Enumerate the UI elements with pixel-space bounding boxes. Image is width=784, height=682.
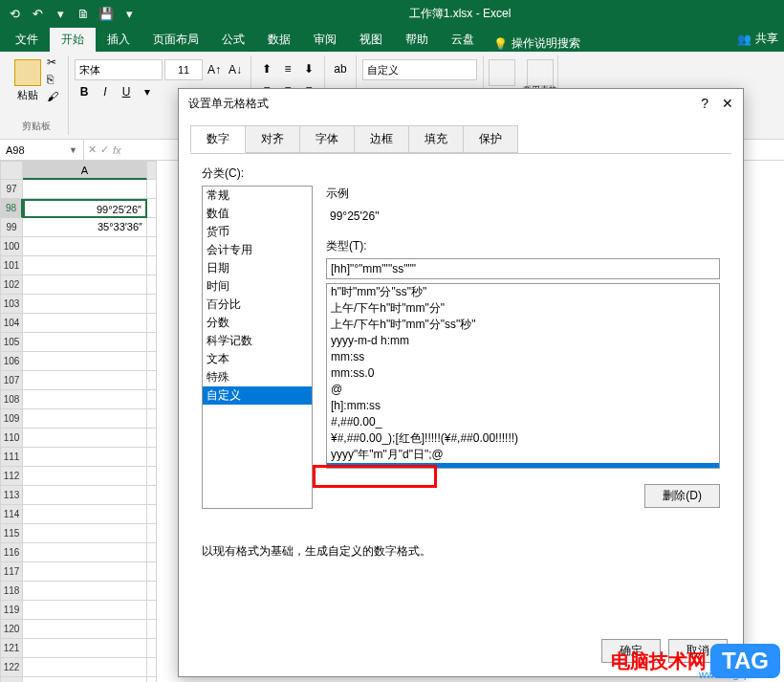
type-item[interactable]: yyyy-m-d h:mm — [327, 333, 719, 349]
tab-border[interactable]: 边框 — [354, 125, 409, 153]
italic-button[interactable]: I — [96, 82, 115, 101]
type-item[interactable]: yyyy"年"m"月"d"日";@ — [327, 447, 719, 463]
align-top-icon[interactable]: ⬆ — [257, 59, 276, 78]
row-header[interactable]: 123 — [0, 677, 23, 682]
cancel-edit-icon[interactable]: ✕ — [88, 143, 97, 156]
type-item[interactable]: mm:ss.0 — [327, 365, 719, 382]
cell[interactable] — [23, 180, 147, 199]
cell[interactable]: 35°33′36″ — [23, 218, 147, 237]
row-header[interactable]: 118 — [0, 582, 23, 601]
cell[interactable] — [147, 275, 157, 295]
cell[interactable] — [23, 562, 147, 582]
type-input[interactable] — [326, 258, 720, 279]
tab-page-layout[interactable]: 页面布局 — [142, 28, 210, 52]
cell[interactable] — [147, 582, 157, 601]
cell[interactable] — [147, 639, 157, 658]
bold-button[interactable]: B — [75, 82, 94, 101]
tab-font[interactable]: 字体 — [299, 125, 355, 153]
select-all-corner[interactable] — [0, 161, 23, 180]
category-list[interactable]: 常规数值货币会计专用日期时间百分比分数科学记数文本特殊自定义 — [202, 186, 313, 509]
save-icon[interactable]: 💾 — [96, 3, 117, 24]
tab-insert[interactable]: 插入 — [96, 28, 142, 52]
col-header-a[interactable]: A — [23, 161, 147, 180]
cell[interactable] — [147, 620, 157, 639]
copy-icon[interactable]: ⎘ — [47, 73, 62, 88]
help-icon[interactable]: ? — [701, 96, 708, 111]
row-header[interactable]: 104 — [0, 314, 23, 333]
cell[interactable] — [147, 409, 157, 429]
decrease-font-icon[interactable]: A↓ — [226, 60, 245, 79]
underline-dropdown[interactable]: ▾ — [138, 82, 157, 101]
cell[interactable] — [23, 467, 147, 486]
type-item[interactable]: 上午/下午h"时"mm"分" — [327, 300, 719, 317]
cell[interactable] — [23, 524, 147, 543]
row-header[interactable]: 119 — [0, 601, 23, 620]
cell[interactable] — [23, 237, 147, 256]
align-middle-icon[interactable]: ≡ — [278, 59, 297, 78]
row-header[interactable]: 103 — [0, 295, 23, 314]
cell[interactable] — [147, 180, 157, 199]
cell[interactable] — [23, 620, 147, 639]
cell[interactable] — [23, 333, 147, 352]
cell[interactable] — [23, 505, 147, 524]
cell[interactable] — [23, 543, 147, 562]
cell[interactable] — [147, 295, 157, 314]
tab-protect[interactable]: 保护 — [463, 125, 518, 153]
tab-formula[interactable]: 公式 — [210, 28, 256, 52]
new-icon[interactable]: 🗎 — [73, 3, 94, 24]
cell[interactable] — [147, 467, 157, 486]
cell[interactable] — [147, 658, 157, 677]
fx-icon[interactable]: fx — [113, 144, 121, 156]
tab-data[interactable]: 数据 — [256, 28, 302, 52]
type-list[interactable]: h"时"mm"分"ss"秒"上午/下午h"时"mm"分"上午/下午h"时"mm"… — [326, 283, 720, 469]
cell[interactable] — [23, 429, 147, 448]
cell[interactable] — [147, 486, 157, 505]
cell[interactable] — [147, 448, 157, 467]
cell[interactable] — [147, 371, 157, 390]
cell[interactable] — [147, 314, 157, 333]
cut-icon[interactable]: ✂ — [47, 55, 62, 71]
tab-home[interactable]: 开始 — [50, 28, 96, 52]
cell[interactable] — [23, 371, 147, 390]
cell[interactable] — [147, 524, 157, 543]
type-item[interactable]: h"时"mm"分"ss"秒" — [327, 284, 719, 300]
tab-align[interactable]: 对齐 — [245, 125, 300, 153]
type-item[interactable]: ¥#,##0.00_);[红色]!!!!!(¥#,##0.00!!!!!!) — [327, 430, 719, 447]
name-box-dropdown-icon[interactable]: ▼ — [69, 145, 77, 155]
type-item[interactable]: mm:ss — [327, 349, 719, 365]
row-header[interactable]: 98 — [0, 199, 23, 218]
type-item[interactable]: [hh]"°"mm"'"ss""" — [327, 463, 719, 469]
qat-dropdown-icon[interactable]: ▾ — [119, 3, 140, 24]
row-header[interactable]: 106 — [0, 352, 23, 371]
category-item[interactable]: 文本 — [203, 350, 312, 368]
underline-button[interactable]: U — [117, 82, 136, 101]
cell[interactable] — [147, 429, 157, 448]
row-header[interactable]: 120 — [0, 620, 23, 639]
type-item[interactable]: 上午/下午h"时"mm"分"ss"秒" — [327, 317, 719, 333]
row-header[interactable]: 122 — [0, 658, 23, 677]
cell[interactable] — [23, 275, 147, 295]
type-item[interactable]: #,##0.00_ — [327, 414, 719, 430]
row-header[interactable]: 112 — [0, 467, 23, 486]
delete-button[interactable]: 删除(D) — [644, 484, 720, 508]
cell[interactable] — [147, 543, 157, 562]
category-item[interactable]: 分数 — [203, 314, 312, 332]
category-item[interactable]: 数值 — [203, 205, 312, 223]
row-header[interactable]: 107 — [0, 371, 23, 390]
cell[interactable] — [147, 333, 157, 352]
tell-me-search[interactable]: 💡 操作说明搜索 — [486, 35, 588, 52]
category-item[interactable]: 货币 — [203, 223, 312, 241]
row-header[interactable]: 115 — [0, 524, 23, 543]
row-header[interactable]: 102 — [0, 275, 23, 295]
share-button[interactable]: 👥 共享 — [737, 31, 778, 47]
cell[interactable] — [147, 237, 157, 256]
row-header[interactable]: 114 — [0, 505, 23, 524]
tab-cloud[interactable]: 云盘 — [440, 28, 486, 52]
tab-help[interactable]: 帮助 — [394, 28, 440, 52]
cell[interactable] — [147, 601, 157, 620]
font-name-select[interactable] — [75, 59, 163, 80]
cell[interactable] — [23, 295, 147, 314]
paste-button[interactable]: 粘贴 — [11, 55, 45, 106]
cell[interactable]: 99°25′26″ — [23, 199, 147, 218]
number-format-select[interactable] — [362, 59, 477, 80]
